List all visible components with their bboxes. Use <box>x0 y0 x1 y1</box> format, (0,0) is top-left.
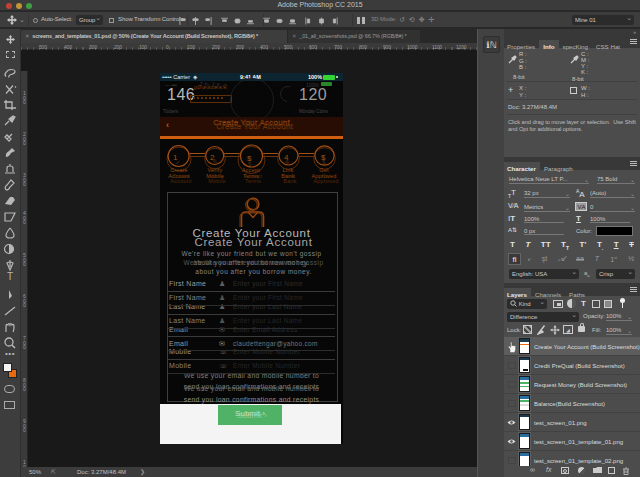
svg-text:✓: ✓ <box>175 159 181 166</box>
svg-text:s: s <box>322 158 326 165</box>
svg-text:4: 4 <box>285 158 289 165</box>
svg-text:✎: ✎ <box>212 158 218 165</box>
